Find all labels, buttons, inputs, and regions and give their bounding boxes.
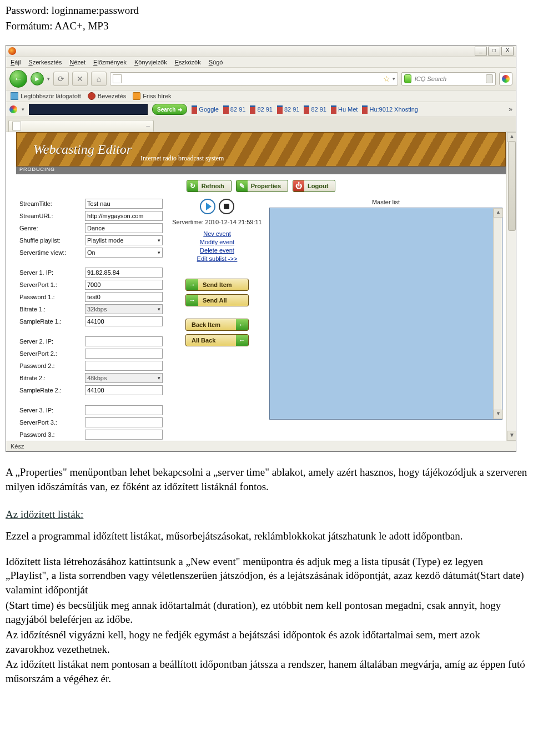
flag-icon (304, 105, 309, 114)
page-favicon-icon (113, 74, 122, 83)
window-close-button[interactable]: X (501, 47, 514, 56)
icq-engine-icon[interactable] (404, 74, 411, 83)
forward-button[interactable]: ► (31, 72, 44, 85)
server2-bitrate-select[interactable]: 48kbps▾ (85, 373, 163, 383)
icq-logo-icon[interactable] (9, 105, 17, 113)
url-dropdown-icon[interactable]: ▾ (393, 76, 395, 82)
bookmark-intro[interactable]: Bevezetés (88, 92, 126, 100)
toolbar-link[interactable]: 82 91 (277, 105, 300, 114)
server1-password-input[interactable] (85, 292, 163, 302)
label: Password 2.: (19, 362, 85, 369)
stop-play-button[interactable] (219, 199, 234, 214)
arrow-right-icon: → (186, 279, 198, 290)
back-button[interactable]: ← (9, 70, 27, 88)
server3-password-input[interactable] (85, 430, 163, 440)
server1-bitrate-select[interactable]: 32kbps▾ (85, 304, 163, 314)
window-minimize-button[interactable]: _ (475, 47, 487, 56)
send-item-button[interactable]: →Send Item (185, 279, 249, 291)
label: Genre: (19, 225, 85, 231)
server1-samplerate-input[interactable] (85, 316, 163, 326)
menu-bookmarks[interactable]: Könyvjelzők (134, 59, 167, 65)
intro-line-1: Password: loginname:password (6, 3, 527, 18)
server2-ip-input[interactable] (85, 336, 163, 346)
search-go-icon[interactable] (486, 74, 493, 83)
toolbar-link[interactable]: 82 91 (304, 105, 326, 114)
toolbar-overflow-icon[interactable]: » (509, 105, 512, 113)
reload-button[interactable]: ⟳ (53, 72, 69, 86)
toolbar-link[interactable]: 82 91 (223, 105, 246, 114)
history-dropdown-icon[interactable]: ▾ (47, 76, 50, 82)
new-event-link[interactable]: Nev event (167, 230, 267, 238)
menu-edit[interactable]: Szerkesztés (28, 59, 62, 65)
servertime-view-select[interactable]: On▾ (85, 248, 163, 258)
stop-button[interactable]: ✕ (72, 72, 88, 86)
bookmarks-toolbar: Legtöbbször látogatott Bevezetés Friss h… (6, 90, 516, 102)
stream-url-input[interactable] (85, 211, 163, 221)
all-back-button[interactable]: All Back← (185, 334, 249, 346)
tab-strip: – (6, 117, 516, 132)
icq-button[interactable] (499, 72, 512, 85)
menu-help[interactable]: Súgó (209, 59, 223, 65)
delete-event-link[interactable]: Delete event (167, 246, 267, 255)
shuffle-select[interactable]: Playlist mode▾ (85, 235, 163, 245)
server2-samplerate-input[interactable] (85, 385, 163, 395)
modify-event-link[interactable]: Modify event (167, 238, 267, 246)
url-bar[interactable]: ☆ ▾ (110, 72, 398, 85)
properties-button[interactable]: ✎Properties (236, 180, 288, 192)
back-item-button[interactable]: Back Item← (185, 319, 249, 331)
edit-sublist-link[interactable]: Edit sublist ->> (167, 255, 267, 263)
arrow-left-icon: ← (236, 335, 248, 346)
viewport-scrollbar[interactable]: ▲ ▼ (506, 132, 516, 441)
genre-input[interactable] (85, 223, 163, 233)
scroll-up-icon[interactable]: ▲ (494, 208, 503, 218)
send-all-button[interactable]: →Send All (185, 294, 249, 306)
logout-button[interactable]: ⏻Logout (293, 180, 335, 192)
menu-file[interactable]: Eájl (11, 59, 21, 65)
bookmark-most-visited[interactable]: Legtöbbször látogatott (11, 92, 81, 100)
bookmark-star-icon[interactable]: ☆ (383, 74, 390, 83)
search-box[interactable] (401, 72, 496, 85)
toolbar-link[interactable]: Hu Met (331, 105, 358, 114)
label: SampleRate 1.: (19, 318, 85, 325)
scroll-down-icon[interactable]: ▼ (507, 431, 516, 441)
icq-menu-dropdown-icon[interactable]: ▾ (22, 107, 24, 112)
chevron-down-icon: ▾ (158, 250, 160, 255)
server2-port-input[interactable] (85, 349, 163, 359)
stream-title-input[interactable] (85, 199, 163, 209)
label: Password 1.: (19, 294, 85, 300)
home-button[interactable]: ⌂ (91, 72, 107, 86)
window-maximize-button[interactable]: □ (488, 47, 500, 56)
master-list-panel: Master list ▲ ▼ (269, 199, 502, 420)
server1-port-input[interactable] (85, 280, 163, 290)
icq-search-field[interactable] (29, 104, 148, 115)
toolbar-link[interactable]: 82 91 (250, 105, 273, 114)
window-titlebar: _ □ X (6, 46, 516, 57)
server2-password-input[interactable] (85, 361, 163, 371)
intro-line-2: Formátum: AAC+, MP3 (6, 19, 527, 33)
menu-tools[interactable]: Eszközök (175, 59, 201, 65)
refresh-button[interactable]: ↻Refresh (187, 180, 232, 192)
master-list-box[interactable]: ▲ ▼ (269, 208, 502, 420)
bookmark-news[interactable]: Friss hírek (133, 92, 171, 100)
search-input[interactable] (414, 75, 484, 83)
flag-icon (362, 105, 368, 114)
center-panel: Servertime: 2010-12-14 21:59:11 Nev even… (167, 199, 267, 346)
toolbar-link[interactable]: Hu:9012 Xhosting (362, 105, 418, 114)
browser-tab[interactable]: – (8, 120, 154, 132)
label: SampleRate 2.: (19, 387, 85, 394)
scroll-down-icon[interactable]: ▼ (494, 410, 503, 419)
menu-bar: Eájl Szerkesztés Nézet Előzmények Könyvj… (6, 57, 516, 68)
menu-view[interactable]: Nézet (69, 59, 86, 65)
paragraph: (Start time) és becsüljük meg annak időt… (6, 598, 527, 627)
properties-panel: StreamTitle: StreamURL: Genre: Shuffle p… (19, 199, 165, 441)
play-button[interactable] (200, 199, 215, 214)
toolbar-link[interactable]: Goggle (192, 105, 218, 114)
label: ServerPort 3.: (19, 419, 85, 426)
server3-port-input[interactable] (85, 417, 163, 427)
icq-search-button[interactable]: Search➜ (152, 104, 187, 115)
server1-ip-input[interactable] (85, 268, 163, 278)
master-list-scrollbar[interactable]: ▲ ▼ (493, 208, 502, 419)
scroll-thumb[interactable] (508, 141, 516, 231)
menu-history[interactable]: Előzmények (93, 59, 127, 65)
server3-ip-input[interactable] (85, 405, 163, 415)
